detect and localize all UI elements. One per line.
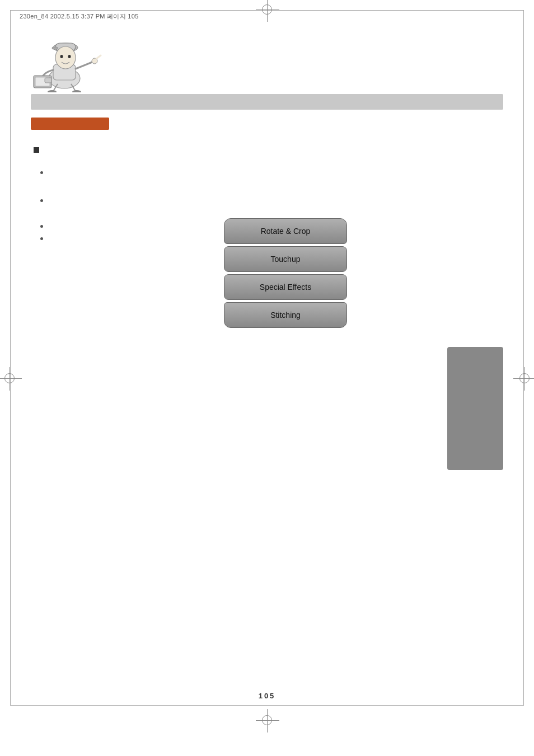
- svg-point-9: [55, 46, 76, 69]
- bullet-dot-icon-2: [40, 199, 43, 202]
- svg-rect-8: [52, 47, 58, 49]
- bullet-item-dot-3: [34, 222, 224, 228]
- bullet-dot-icon-3: [40, 225, 43, 228]
- character-illustration: [31, 31, 120, 98]
- bullet-item-dot-1: [34, 168, 224, 174]
- rotate-crop-button[interactable]: Rotate & Crop: [224, 218, 347, 244]
- svg-line-15: [96, 55, 101, 59]
- menu-panel: Rotate & Crop Touchup Special Effects St…: [224, 218, 347, 328]
- crosshair-bottom-icon: [262, 715, 272, 725]
- touchup-button[interactable]: Touchup: [224, 246, 347, 272]
- page-border-right: [523, 10, 524, 706]
- bullet-dot-icon-4: [40, 237, 43, 240]
- header-meta: 230en_84 2002.5.15 3:37 PM 페이지 105: [20, 12, 139, 21]
- bullet-item-dot-4: [34, 234, 224, 240]
- page-number: 105: [259, 692, 276, 700]
- crosshair-left-icon: [4, 373, 15, 383]
- bullet-dot-icon-1: [40, 171, 43, 174]
- sidebar-content: [34, 145, 224, 245]
- svg-point-3: [48, 90, 57, 92]
- stitching-button[interactable]: Stitching: [224, 302, 347, 328]
- bullet-item-dot-2: [34, 196, 224, 202]
- svg-point-4: [72, 90, 81, 92]
- crosshair-top-icon: [262, 4, 272, 15]
- header-bar: [31, 94, 503, 110]
- special-effects-button[interactable]: Special Effects: [224, 274, 347, 300]
- page-border-left: [10, 10, 11, 706]
- svg-point-10: [60, 55, 63, 58]
- crosshair-right-icon: [519, 373, 530, 383]
- accent-bar: [31, 118, 109, 130]
- svg-point-11: [68, 55, 71, 58]
- right-gray-block: [447, 347, 503, 470]
- bullet-square-icon: [34, 147, 39, 153]
- page-border-bottom: [10, 705, 524, 706]
- svg-rect-16: [45, 78, 51, 83]
- bullet-item-square: [34, 145, 224, 153]
